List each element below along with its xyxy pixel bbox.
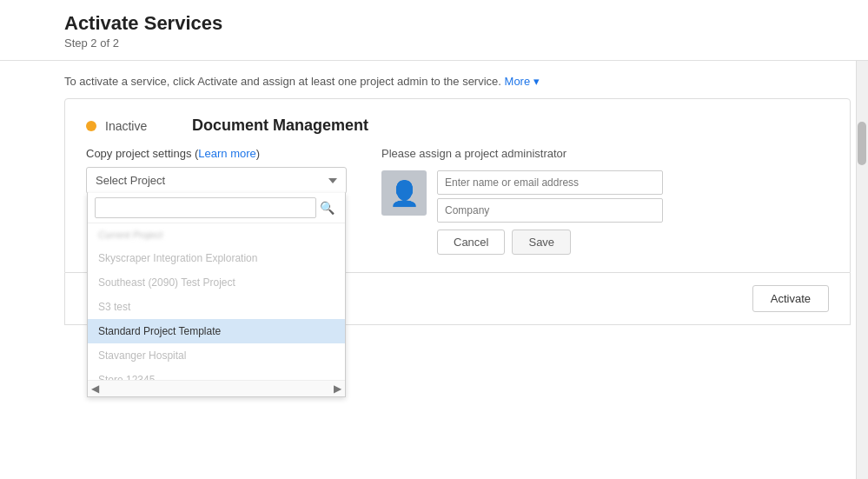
page-header: Activate Services Step 2 of 2 xyxy=(0,0,868,61)
list-item[interactable]: Current Project xyxy=(88,223,345,246)
more-chevron-icon: ▾ xyxy=(533,75,540,88)
form-actions: Cancel Save xyxy=(437,230,663,255)
content-area: To activate a service, click Activate an… xyxy=(0,61,868,479)
list-item[interactable]: Standard Project Template xyxy=(88,319,345,343)
assign-label: Please assign a project administrator xyxy=(381,147,829,160)
search-button[interactable]: 🔍 xyxy=(316,199,338,216)
search-row: 🔍 xyxy=(88,193,345,223)
service-header: Inactive Document Management xyxy=(86,116,829,135)
info-bar: To activate a service, click Activate an… xyxy=(0,61,868,98)
right-panel: Please assign a project administrator 👤 xyxy=(381,147,829,255)
activate-button-2[interactable]: Activate xyxy=(752,285,829,312)
list-item[interactable]: Southeast (2090) Test Project xyxy=(88,270,345,295)
copy-settings-label: Copy project settings (Learn more) xyxy=(86,147,347,160)
document-management-card: Inactive Document Management Copy projec… xyxy=(64,98,851,273)
company-input[interactable] xyxy=(437,198,663,223)
scrollbar-thumb[interactable] xyxy=(858,122,866,165)
list-item[interactable]: S3 test xyxy=(88,295,345,319)
dropdown-panel: 🔍 Current Project Skyscraper Integration… xyxy=(87,193,346,397)
dropdown-list: Current Project Skyscraper Integration E… xyxy=(88,223,345,380)
form-fields-area: Cancel Save xyxy=(437,170,663,255)
page-scrollbar[interactable] xyxy=(856,61,868,479)
avatar-icon: 👤 xyxy=(389,179,420,208)
scroll-right-icon[interactable]: ▶ xyxy=(334,383,341,395)
select-project-wrapper: Select Project 🔍 Current Proje xyxy=(86,167,347,194)
status-dot-icon xyxy=(86,121,96,131)
select-placeholder: Select Project xyxy=(96,174,165,187)
service-name: Document Management xyxy=(192,116,368,135)
more-link[interactable]: More ▾ xyxy=(505,75,540,88)
list-item[interactable]: Skyscraper Integration Exploration xyxy=(88,246,345,270)
list-item[interactable]: Store 12345 xyxy=(88,368,345,380)
page-title: Activate Services xyxy=(64,12,851,35)
search-input[interactable] xyxy=(95,197,316,218)
list-item[interactable]: Stavanger Hospital xyxy=(88,343,345,368)
status-label: Inactive xyxy=(105,119,175,133)
page-subtitle: Step 2 of 2 xyxy=(64,37,851,50)
avatar: 👤 xyxy=(381,170,427,216)
cancel-button[interactable]: Cancel xyxy=(437,230,505,255)
services-container: Inactive Document Management Copy projec… xyxy=(0,98,868,343)
save-button[interactable]: Save xyxy=(512,230,571,255)
scroll-left-icon[interactable]: ◀ xyxy=(91,383,99,395)
select-project-display[interactable]: Select Project xyxy=(87,168,346,193)
page-wrapper: Activate Services Step 2 of 2 To activat… xyxy=(0,0,868,479)
name-email-input[interactable] xyxy=(437,170,663,195)
info-text: To activate a service, click Activate an… xyxy=(64,75,501,88)
service-body: Copy project settings (Learn more) Selec… xyxy=(86,147,829,255)
form-fields xyxy=(437,170,663,223)
learn-more-link[interactable]: Learn more xyxy=(198,147,255,160)
dropdown-arrow-icon xyxy=(328,178,337,183)
admin-form: 👤 Cancel Save xyxy=(381,170,829,255)
left-panel: Copy project settings (Learn more) Selec… xyxy=(86,147,347,255)
